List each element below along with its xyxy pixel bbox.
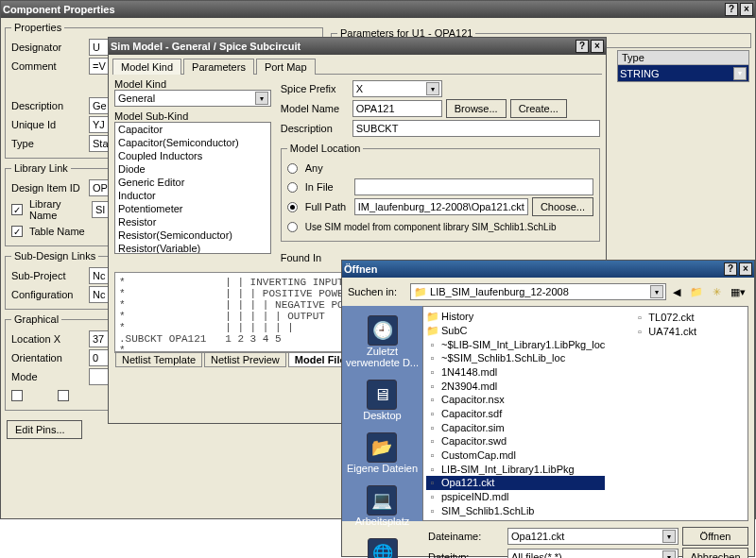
sb-desktop[interactable]: 🖥Desktop (363, 380, 401, 421)
up-icon[interactable]: 📁 (690, 286, 703, 298)
help-button[interactable]: ? (724, 262, 737, 276)
close-button[interactable]: × (591, 40, 604, 53)
file-item[interactable]: ▫pspiceIND.mdl (426, 490, 605, 504)
tab-bar: Model Kind Parameters Port Map (112, 58, 602, 75)
tablename-checkbox[interactable]: ✓ (11, 226, 23, 237)
locx-input[interactable]: 37 (89, 330, 110, 347)
subproject-input[interactable]: Nc (89, 267, 110, 284)
configuration-label: Configuration (11, 289, 85, 300)
newfolder-icon[interactable]: ✳ (713, 286, 721, 298)
back-icon[interactable]: ◀ (673, 286, 680, 298)
subkind-item[interactable]: Capacitor(Semiconductor) (115, 136, 270, 149)
file-item[interactable]: ▫Capacitor.sdf (426, 407, 605, 421)
file-icon: ▫ (633, 325, 645, 337)
file-item[interactable]: ▫~$LIB-SIM_Int_Library1.LibPkg_loc (426, 337, 605, 351)
sb-recent[interactable]: 🕘Zuletzt verwendete D... (342, 315, 422, 368)
graphical-check2[interactable] (58, 390, 69, 401)
subkind-item[interactable]: Potentiometer (115, 202, 270, 215)
choose-button[interactable]: Choose... (532, 197, 593, 216)
spice-prefix-select[interactable]: X▾ (352, 80, 442, 97)
subkind-item[interactable]: Inductor (115, 189, 270, 202)
configuration-input[interactable]: Nc (89, 286, 110, 303)
sb-mycomp[interactable]: 💻Arbeitsplatz (355, 485, 409, 527)
lookin-select[interactable]: 📁 LIB_SIM_laufenburg_12-2008▾ (410, 283, 666, 300)
graphical-check1[interactable] (11, 390, 23, 401)
file-item[interactable]: ▫Capacitor.swd (426, 434, 605, 448)
libname-label: Library Name (29, 198, 88, 221)
designitem-label: Design Item ID (11, 182, 85, 194)
file-item[interactable]: 📁History (426, 310, 605, 324)
close-button[interactable]: × (739, 262, 752, 276)
file-icon: ▫ (426, 380, 438, 392)
model-subkind-label: Model Sub-Kind (114, 110, 271, 122)
filetype-select[interactable]: All files(*.*)▾ (507, 549, 679, 558)
locx-label: Location X (11, 333, 85, 345)
subkind-item[interactable]: Resistor(Semiconductor) (115, 228, 270, 242)
loc-infile-radio[interactable] (287, 182, 298, 193)
open-file-window: Öffnen ?× Suchen in: 📁 LIB_SIM_laufenbur… (341, 260, 755, 557)
loc-fullpath-radio[interactable] (287, 202, 298, 212)
model-kind-select[interactable]: General▾ (114, 90, 271, 107)
sb-mydocs[interactable]: 📂Eigene Dateien (347, 432, 418, 474)
file-item[interactable]: ▫LIB-SIM_Int_Library1.LibPkg (426, 462, 605, 476)
model-subkind-list[interactable]: CapacitorCapacitor(Semiconductor)Coupled… (114, 122, 271, 254)
subproject-label: Sub-Project (11, 270, 85, 281)
uniqueid-input[interactable]: YJ (89, 116, 110, 133)
help-button[interactable]: ? (725, 3, 738, 16)
file-list[interactable]: 📁History📁SubC▫~$LIB-SIM_Int_Library1.Lib… (422, 306, 748, 521)
file-item[interactable]: 📁SubC (426, 324, 605, 338)
open-button[interactable]: Öffnen (682, 527, 748, 546)
foundin-label: Found In (281, 252, 328, 263)
browse-button[interactable]: Browse... (446, 99, 507, 118)
file-item[interactable]: ▫TL072.ckt (633, 310, 696, 324)
file-item[interactable]: ▫1N4148.mdl (426, 365, 605, 380)
create-button[interactable]: Create... (510, 99, 567, 118)
file-item[interactable]: ▫2N3904.mdl (426, 379, 605, 393)
cancel-button[interactable]: Abbrechen (682, 548, 748, 558)
type-row[interactable]: STRING▾ (618, 65, 748, 81)
file-item[interactable]: ▫CustomCap.mdl (426, 448, 605, 463)
file-item[interactable]: ▫UA741.ckt (633, 324, 696, 338)
description-input[interactable]: Ge (89, 97, 110, 114)
window-title: Component Properties (3, 4, 115, 15)
file-item[interactable]: ▫SIM_Schlib1.SchLib (426, 503, 605, 517)
subkind-item[interactable]: Diode (115, 162, 270, 176)
libname-checkbox[interactable]: ✓ (11, 204, 23, 215)
tab-netlist-preview[interactable]: Netlist Preview (204, 353, 286, 367)
subkind-item[interactable]: Resistor(Variable) (115, 242, 270, 254)
titlebar: Component Properties ? × (1, 1, 755, 18)
tab-netlist-template[interactable]: Netlist Template (115, 353, 202, 367)
model-name-label: Model Name (281, 103, 349, 114)
views-icon[interactable]: ▦▾ (730, 286, 746, 298)
type-column-header[interactable]: Type (618, 51, 748, 65)
help-button[interactable]: ? (576, 40, 589, 53)
subkind-item[interactable]: Resistor (115, 215, 270, 228)
tab-model-kind[interactable]: Model Kind (112, 59, 181, 75)
tab-parameters[interactable]: Parameters (183, 59, 254, 75)
filename-input[interactable]: Opa121.ckt▾ (507, 528, 679, 545)
edit-pins-button[interactable]: Edit Pins... (7, 420, 82, 439)
sb-network[interactable]: 🌐Netzwerkumgebung (336, 538, 429, 558)
close-button[interactable]: × (740, 3, 753, 16)
file-icon: ▫ (426, 477, 438, 489)
loc-uselib-radio[interactable] (287, 222, 298, 232)
tab-port-map[interactable]: Port Map (256, 59, 316, 75)
designator-input[interactable]: U (89, 39, 110, 56)
subkind-item[interactable]: Generic Editor (115, 176, 270, 189)
subkind-item[interactable]: Capacitor (115, 123, 270, 136)
designitem-input[interactable]: OP (89, 179, 110, 196)
computer-icon: 💻 (367, 485, 397, 516)
sim-desc-label: Description (281, 123, 349, 134)
subkind-item[interactable]: Coupled Inductors (115, 149, 270, 162)
file-icon: ▫ (426, 421, 438, 433)
file-item[interactable]: ▫Capacitor.sim (426, 420, 605, 434)
file-item[interactable]: ▫Opa121.ckt (426, 476, 605, 490)
model-name-input[interactable]: OPA121 (352, 100, 442, 117)
loc-fullpath-input[interactable]: IM_laufenburg_12-2008\Opa121.ckt (354, 198, 528, 215)
spice-prefix-label: Spice Prefix (281, 83, 349, 94)
loc-any-radio[interactable] (287, 163, 298, 174)
loc-infile-input[interactable] (354, 178, 593, 195)
file-item[interactable]: ▫Capacitor.nsx (426, 393, 605, 407)
sim-desc-input[interactable]: SUBCKT (352, 120, 600, 137)
file-item[interactable]: ▫~$SIM_Schlib1.SchLib_loc (426, 351, 605, 365)
